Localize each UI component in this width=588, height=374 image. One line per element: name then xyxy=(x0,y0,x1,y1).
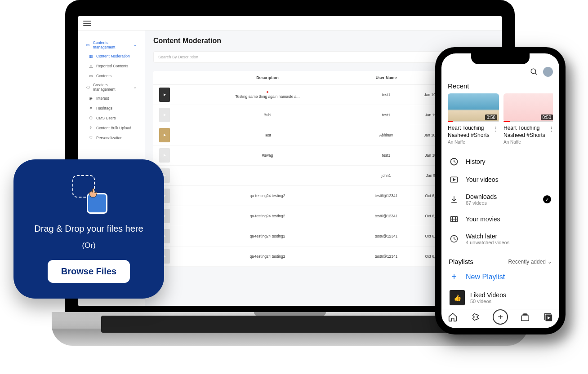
nav-library-icon[interactable] xyxy=(543,312,553,322)
plus-icon: + xyxy=(450,272,459,282)
sidebar-item-label: Hashtags xyxy=(96,106,112,110)
menu-item-watch-later[interactable]: Watch later4 unwatched videos xyxy=(441,228,559,250)
avatar[interactable] xyxy=(543,67,553,77)
folder-icon: ▭ xyxy=(86,43,90,47)
more-icon[interactable]: ⋮ xyxy=(547,125,553,133)
upload-icon: ⇪ xyxy=(89,126,93,130)
download-icon xyxy=(450,195,459,204)
video-thumbnail xyxy=(159,148,170,163)
nav-add-icon[interactable]: + xyxy=(493,309,508,325)
new-playlist-button[interactable]: + New Playlist xyxy=(441,267,559,286)
more-icon[interactable]: ⋮ xyxy=(491,125,499,133)
sidebar-item-label: Contents xyxy=(96,74,111,78)
cell-username: john1 xyxy=(359,173,413,178)
chevron-down-icon: ⌄ xyxy=(134,85,137,89)
cell-username: test1 xyxy=(359,153,413,158)
video-title: Heart Touching Nasheed #Shorts xyxy=(448,125,491,139)
cell-description: Testing same thing again namaste a... xyxy=(176,91,359,99)
sidebar-group-creators[interactable]: ◌ Creators management ⌄ xyxy=(78,81,145,93)
hamburger-icon[interactable] xyxy=(83,21,91,26)
video-thumbnail xyxy=(159,128,170,142)
sidebar-group-label: Contents management xyxy=(93,40,131,49)
video-author: An Naffe xyxy=(448,140,499,145)
sidebar-group-contents[interactable]: ▭ Contents management ⌄ xyxy=(78,39,145,51)
menu-label: Watch later xyxy=(466,233,509,240)
col-description: Description xyxy=(176,75,359,80)
cell-username: test6@12341 xyxy=(359,254,413,259)
sidebar-item-hashtags[interactable]: #Hashtags xyxy=(78,103,145,113)
heart-icon: ♡ xyxy=(89,136,93,140)
liked-videos-item[interactable]: 👍 Liked Videos 50 videos xyxy=(441,286,559,309)
check-icon: ✓ xyxy=(543,195,551,203)
cell-description: qa-testing24 testing2 xyxy=(176,214,359,218)
video-icon: ▭ xyxy=(89,74,93,78)
nav-subscriptions-icon[interactable] xyxy=(520,312,530,322)
cell-username: test6@12341 xyxy=(359,194,413,198)
sidebar-item-label: Content Bulk Upload xyxy=(96,126,131,130)
video-title: Heart Touching Nasheed #Shorts xyxy=(503,125,547,139)
cell-username: test6@12341 xyxy=(359,214,413,218)
bottom-nav: + xyxy=(441,309,559,328)
menu-item-history[interactable]: History xyxy=(441,153,559,171)
video-card[interactable]: 0:50Heart Touching Nasheed #Shorts⋮An Na… xyxy=(448,93,499,145)
nav-shorts-icon[interactable] xyxy=(470,312,481,322)
drag-drop-icon xyxy=(69,175,109,216)
sidebar-item-label: CMS Users xyxy=(96,116,116,120)
video-app-screen: Recent 0:50Heart Touching Nasheed #Short… xyxy=(441,53,559,328)
sidebar-item-label: Reported Contents xyxy=(96,64,128,68)
cell-description: qa-testing24 testing2 xyxy=(176,254,359,259)
menu-subtext: 4 unwatched videos xyxy=(466,240,509,245)
svg-point-0 xyxy=(531,69,536,74)
sidebar-item-cms-users[interactable]: ⚇CMS Users xyxy=(78,113,145,123)
menu-item-downloads[interactable]: Downloads67 videos✓ xyxy=(441,189,559,210)
interest-icon: ◉ xyxy=(89,96,93,101)
new-playlist-label: New Playlist xyxy=(466,273,505,281)
video-thumbnail: 0:50 xyxy=(503,93,553,122)
users-icon: ◌ xyxy=(86,85,90,89)
menu-label: History xyxy=(466,158,486,165)
menu-item-your-videos[interactable]: Your videos xyxy=(441,171,559,189)
hash-icon: # xyxy=(89,106,93,110)
menu-item-your-movies[interactable]: Your movies xyxy=(441,210,559,228)
cell-username: test1 xyxy=(359,113,413,117)
svg-rect-12 xyxy=(521,316,529,321)
phone-device: Recent 0:50Heart Touching Nasheed #Short… xyxy=(435,47,566,334)
movie-icon xyxy=(450,215,459,224)
sidebar-item-label: Interest xyxy=(96,96,109,101)
sidebar-item-reported-contents[interactable]: △Reported Contents xyxy=(78,61,145,71)
video-author: An Naffe xyxy=(503,140,553,145)
menu-label: Downloads xyxy=(466,193,497,200)
upload-title: Drag & Drop your files here xyxy=(34,224,143,234)
upload-or: (Or) xyxy=(82,241,95,250)
sidebar-item-personalization[interactable]: ♡Personalization xyxy=(78,133,145,143)
video-card[interactable]: 0:50Heart Touching Nasheed #Shorts⋮An Na… xyxy=(503,93,553,145)
liked-count: 50 videos xyxy=(470,299,506,304)
cell-description: qa-testing24 testing2 xyxy=(176,234,359,238)
sidebar-item-interest[interactable]: ◉Interest xyxy=(78,93,145,103)
col-username: User Name xyxy=(359,75,413,80)
playlists-sort[interactable]: Recently added ⌄ xyxy=(508,259,552,265)
sidebar-item-content-moderation[interactable]: ▦Content Moderation xyxy=(78,51,145,61)
sidebar-item-label: Personalization xyxy=(96,136,122,140)
search-icon[interactable] xyxy=(530,67,539,76)
video-duration: 0:50 xyxy=(485,114,497,120)
cell-username: test1 xyxy=(359,92,413,97)
cell-description: qa-testing24 testing2 xyxy=(176,194,359,198)
page-title: Content Moderation xyxy=(153,37,494,45)
liked-label: Liked Videos xyxy=(470,291,506,299)
cell-description: Test xyxy=(176,133,359,137)
chevron-down-icon: ⌄ xyxy=(134,43,137,47)
upload-dropzone[interactable]: Drag & Drop your files here (Or) Browse … xyxy=(13,159,164,299)
moderation-icon: ▦ xyxy=(89,54,93,58)
playlists-heading: Playlists xyxy=(449,258,473,265)
sidebar-group-label: Creators management xyxy=(93,83,131,92)
sidebar-item-content-bulk-upload[interactable]: ⇪Content Bulk Upload xyxy=(78,123,145,133)
video-thumbnail xyxy=(159,88,170,102)
nav-home-icon[interactable] xyxy=(447,312,458,322)
sidebar-item-contents[interactable]: ▭Contents xyxy=(78,71,145,81)
browse-files-button[interactable]: Browse Files xyxy=(48,260,130,283)
cell-username: test6@12341 xyxy=(359,234,413,238)
video-duration: 0:50 xyxy=(541,114,553,120)
chevron-down-icon: ⌄ xyxy=(548,259,552,265)
play-box-icon xyxy=(450,175,459,184)
